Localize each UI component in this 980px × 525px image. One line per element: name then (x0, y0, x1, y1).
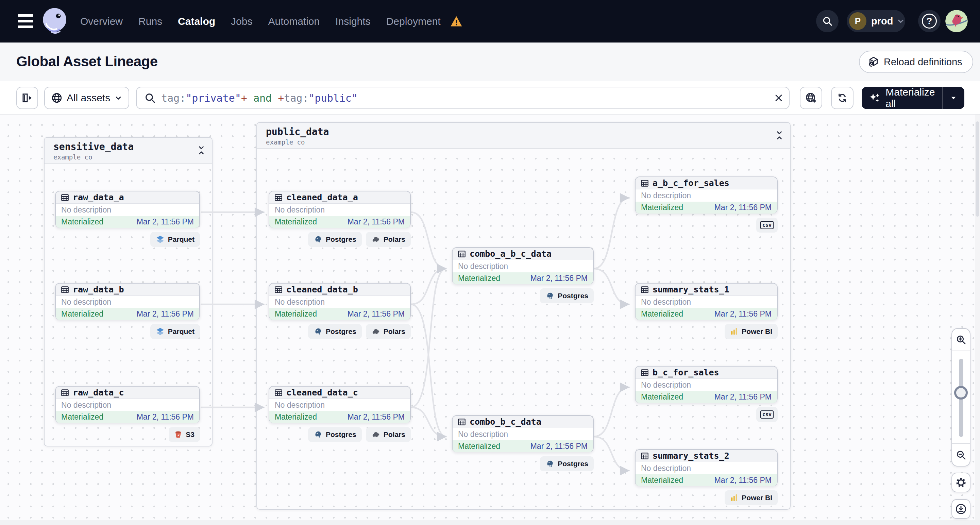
polars-icon (371, 235, 380, 244)
materialization-timestamp: Mar 2, 11:56 PM (714, 476, 772, 485)
asset-node-combo-a-b-c-data[interactable]: combo_a_b_c_data No description Material… (452, 247, 594, 284)
group-header[interactable]: sensitive_data example_co (45, 138, 212, 164)
table-icon (640, 368, 649, 377)
materialize-all-button[interactable]: Materialize all (862, 87, 964, 109)
table-icon (640, 179, 649, 188)
kind-badge-parquet: Parquet (150, 232, 200, 247)
status-label: Materialized (458, 442, 500, 451)
help-icon: ? (922, 14, 937, 29)
csv-icon: csv (760, 410, 773, 418)
collapse-group-icon[interactable] (776, 130, 783, 140)
dagster-logo-icon[interactable] (40, 6, 70, 36)
asset-status-row: Materialized Mar 2, 11:56 PM (269, 216, 410, 228)
table-icon (640, 285, 649, 294)
asset-filter-input[interactable]: tag:"private"+ and +tag:"public" (136, 87, 789, 109)
status-label: Materialized (641, 392, 683, 402)
asset-description: No description (269, 296, 410, 308)
page-title: Global Asset Lineage (16, 53, 158, 70)
lineage-canvas[interactable]: sensitive_data example_co public_data ex… (0, 115, 980, 525)
materialization-timestamp: Mar 2, 11:56 PM (714, 392, 772, 402)
asset-node-b-c-for-sales[interactable]: b_c_for_sales No description Materialize… (635, 366, 778, 403)
nav-item-overview[interactable]: Overview (80, 16, 123, 27)
materialization-timestamp: Mar 2, 11:56 PM (137, 412, 194, 422)
nav-item-runs[interactable]: Runs (138, 16, 162, 27)
title-bar: Global Asset Lineage Reload definitions (0, 43, 980, 81)
refresh-graph-button[interactable] (831, 87, 853, 109)
nav-item-insights[interactable]: Insights (335, 16, 370, 27)
asset-description: No description (56, 296, 199, 308)
kind-badge-polars: Polars (366, 324, 411, 339)
environment-switcher[interactable]: P prod (847, 10, 905, 32)
search-icon (822, 16, 833, 27)
top-nav: Overview Runs Catalog Jobs Automation In… (0, 0, 980, 43)
powerbi-icon (730, 328, 738, 336)
status-label: Materialized (61, 412, 103, 422)
asset-name: raw_data_b (73, 285, 124, 294)
nav-links: Overview Runs Catalog Jobs Automation In… (80, 0, 463, 43)
zoom-slider-handle[interactable] (954, 386, 968, 399)
asset-node-summary-stats-1[interactable]: summary_stats_1 No description Materiali… (635, 283, 778, 320)
asset-node-raw-data-a[interactable]: raw_data_a No description Materialized M… (55, 191, 200, 228)
materialize-options-button[interactable] (943, 94, 965, 102)
kind-badge-polars: Polars (366, 427, 411, 442)
status-label: Materialized (275, 412, 317, 422)
asset-node-combo-b-c-data[interactable]: combo_b_c_data No description Materializ… (452, 415, 594, 452)
help-button[interactable]: ? (918, 10, 940, 32)
globe-add-icon (805, 92, 817, 104)
environment-avatar: P (849, 12, 866, 30)
asset-node-cleaned-data-a[interactable]: cleaned_data_a No description Materializ… (269, 191, 411, 228)
globe-icon (51, 92, 62, 104)
vertical-scrollbar-thumb[interactable] (975, 121, 979, 216)
nav-search-button[interactable] (816, 10, 838, 32)
powerbi-icon (730, 494, 738, 502)
asset-description: No description (56, 399, 199, 411)
asset-description: No description (636, 296, 777, 308)
nav-item-jobs[interactable]: Jobs (231, 16, 252, 27)
group-header[interactable]: public_data example_co (257, 123, 790, 149)
asset-node-header: a_b_c_for_sales (636, 177, 777, 189)
kind-badge-powerbi: Power BI (725, 324, 778, 339)
open-sidebar-button[interactable] (16, 87, 38, 109)
asset-node-cleaned-data-b[interactable]: cleaned_data_b No description Materializ… (269, 283, 411, 320)
zoom-in-button[interactable] (952, 329, 970, 351)
zoom-out-button[interactable] (952, 443, 970, 466)
nav-item-deployment[interactable]: Deployment (386, 16, 441, 27)
horizontal-scrollbar[interactable] (0, 520, 980, 525)
asset-scope-dropdown[interactable]: All assets (44, 87, 129, 109)
vertical-scrollbar[interactable] (975, 115, 980, 520)
visualize-scope-button[interactable] (800, 87, 822, 109)
csv-icon: csv (760, 221, 773, 229)
asset-badges: Power BI (635, 324, 778, 339)
reload-cube-icon (868, 56, 879, 68)
refresh-icon (836, 92, 848, 104)
kind-badge-postgres: Postgres (308, 427, 362, 442)
download-image-button[interactable] (951, 499, 970, 519)
kind-badge-postgres: Postgres (540, 456, 594, 471)
group-title: public_data (266, 126, 329, 137)
reload-definitions-button[interactable]: Reload definitions (859, 51, 973, 73)
asset-node-summary-stats-2[interactable]: summary_stats_2 No description Materiali… (635, 449, 778, 486)
materialization-timestamp: Mar 2, 11:56 PM (714, 203, 772, 212)
asset-node-raw-data-b[interactable]: raw_data_b No description Materialized M… (55, 283, 200, 320)
asset-node-raw-data-c[interactable]: raw_data_c No description Materialized M… (55, 386, 200, 423)
clear-filter-button[interactable] (768, 88, 789, 108)
graph-settings-button[interactable] (951, 473, 970, 492)
asset-node-header: b_c_for_sales (636, 366, 777, 379)
collapse-group-icon[interactable] (197, 145, 205, 155)
asset-node-cleaned-data-c[interactable]: cleaned_data_c No description Materializ… (269, 386, 411, 423)
asset-status-row: Materialized Mar 2, 11:56 PM (636, 391, 777, 403)
asset-status-row: Materialized Mar 2, 11:56 PM (453, 272, 593, 284)
asset-description: No description (453, 428, 593, 440)
chevron-down-icon (949, 94, 958, 102)
asset-name: raw_data_c (73, 388, 124, 398)
asset-description: No description (269, 399, 410, 411)
asset-node-a-b-c-for-sales[interactable]: a_b_c_for_sales No description Materiali… (635, 177, 778, 213)
group-title: sensitive_data (53, 141, 134, 152)
asset-node-header: combo_b_c_data (453, 416, 593, 428)
user-avatar[interactable] (945, 10, 968, 32)
asset-scope-label: All assets (67, 92, 110, 104)
nav-item-automation[interactable]: Automation (268, 16, 320, 27)
asset-status-row: Materialized Mar 2, 11:56 PM (269, 411, 410, 423)
nav-item-catalog[interactable]: Catalog (178, 16, 215, 27)
menu-icon[interactable] (18, 14, 33, 28)
